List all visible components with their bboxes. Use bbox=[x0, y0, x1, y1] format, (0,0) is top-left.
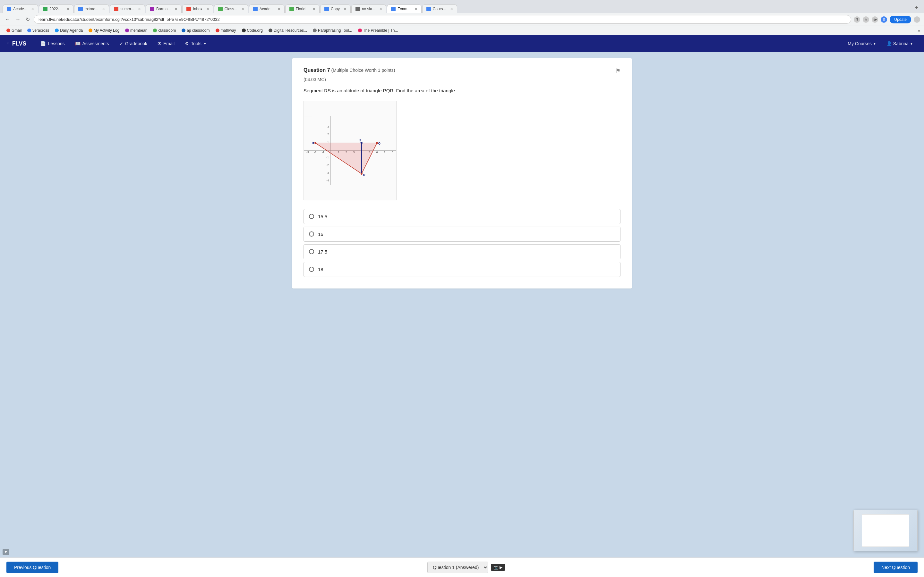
nav-right: My Courses ▼ 👤 Sabrina ▼ bbox=[843, 39, 918, 49]
tab-close-icon[interactable]: ✕ bbox=[206, 7, 209, 11]
radio-button-a[interactable] bbox=[309, 214, 314, 219]
tab-close-icon[interactable]: ✕ bbox=[66, 7, 69, 11]
bookmark-item-8[interactable]: Code.org bbox=[239, 27, 265, 34]
bookmark-item-2[interactable]: Daily Agenda bbox=[52, 27, 86, 34]
gradebook-icon: ✓ bbox=[120, 41, 123, 46]
tab-close-icon[interactable]: ✕ bbox=[312, 7, 315, 11]
brand-logo[interactable]: ⌂ FLVS bbox=[6, 40, 26, 47]
brand-name: FLVS bbox=[12, 40, 27, 47]
user-dropdown[interactable]: 👤 Sabrina ▼ bbox=[882, 39, 918, 49]
radio-button-c[interactable] bbox=[309, 249, 314, 254]
svg-text:3: 3 bbox=[327, 125, 329, 128]
tools-link[interactable]: ⚙ Tools ▼ bbox=[180, 39, 211, 49]
bookmark-icon bbox=[216, 29, 220, 32]
triangle-graph: -3 -2 -1 1 2 3 4 5 6 7 8 3 2 1 -1 -2 -3 … bbox=[304, 101, 397, 200]
tab-close-icon[interactable]: ✕ bbox=[450, 7, 453, 11]
bookmark-icon bbox=[27, 29, 31, 32]
profile-icon[interactable]: S bbox=[881, 16, 887, 23]
tab-close-icon[interactable]: ✕ bbox=[344, 7, 347, 11]
browser-tab-1[interactable]: 2022-...✕ bbox=[39, 5, 73, 13]
bookmark-item-1[interactable]: veracross bbox=[25, 27, 52, 34]
reload-button[interactable]: ↻ bbox=[24, 15, 31, 24]
menu-icon[interactable]: ⋮ bbox=[914, 16, 920, 23]
browser-tab-8[interactable]: Florid...✕ bbox=[285, 5, 320, 13]
question-number: Question 7 bbox=[304, 67, 330, 73]
extension-icon[interactable]: ⌲ bbox=[872, 16, 878, 23]
svg-text:-3: -3 bbox=[306, 151, 309, 154]
update-button[interactable]: Update bbox=[890, 16, 911, 23]
tab-close-icon[interactable]: ✕ bbox=[138, 7, 141, 11]
tools-dropdown-arrow: ▼ bbox=[204, 42, 207, 45]
browser-tab-7[interactable]: Acade...✕ bbox=[249, 5, 284, 13]
new-tab-button[interactable]: + bbox=[911, 3, 921, 13]
tab-close-icon[interactable]: ✕ bbox=[278, 7, 280, 11]
lessons-link[interactable]: 📄 Lessons bbox=[36, 39, 69, 49]
bookmark-item-0[interactable]: Gmail bbox=[4, 27, 24, 34]
tab-close-icon[interactable]: ✕ bbox=[379, 7, 382, 11]
bookmark-item-11[interactable]: The Preamble | Th... bbox=[355, 27, 401, 34]
tab-close-icon[interactable]: ✕ bbox=[174, 7, 178, 11]
lessons-icon: 📄 bbox=[40, 41, 46, 46]
radio-button-b[interactable] bbox=[309, 231, 314, 237]
email-link[interactable]: ✉ Email bbox=[153, 39, 179, 49]
svg-point-27 bbox=[360, 142, 363, 144]
browser-tab-4[interactable]: Born a...✕ bbox=[145, 5, 182, 13]
back-button[interactable]: ← bbox=[4, 15, 11, 24]
browser-tab-5[interactable]: Inbox✕ bbox=[182, 5, 213, 13]
flag-button[interactable]: ⚑ bbox=[615, 67, 620, 74]
answer-choice-b[interactable]: 16 bbox=[304, 227, 620, 242]
tab-close-icon[interactable]: ✕ bbox=[31, 7, 34, 11]
user-dropdown-arrow: ▼ bbox=[910, 42, 913, 45]
tab-favicon bbox=[150, 7, 154, 11]
browser-tab-3[interactable]: summ...✕ bbox=[110, 5, 145, 13]
answer-choice-d[interactable]: 18 bbox=[304, 262, 620, 277]
bookmark-item-4[interactable]: membean bbox=[123, 27, 150, 34]
bookmark-item-7[interactable]: mathway bbox=[213, 27, 239, 34]
tab-close-icon[interactable]: ✕ bbox=[241, 7, 244, 11]
bookmark-icon bbox=[182, 29, 186, 32]
radio-button-d[interactable] bbox=[309, 267, 314, 272]
browser-tab-9[interactable]: Copy✕ bbox=[320, 5, 351, 13]
tab-favicon bbox=[7, 7, 11, 11]
bookmark-icon[interactable]: ☆ bbox=[863, 16, 869, 23]
bookmark-item-6[interactable]: ap classroom bbox=[179, 27, 212, 34]
bookmark-label: membean bbox=[130, 28, 147, 33]
bookmark-item-9[interactable]: Digital Resources... bbox=[266, 27, 310, 34]
share-icon[interactable]: ⇧ bbox=[854, 16, 860, 23]
bookmark-label: My Activity Log bbox=[94, 28, 120, 33]
svg-point-25 bbox=[376, 142, 378, 144]
answer-choice-a[interactable]: 15.5 bbox=[304, 209, 620, 224]
question-header: Question 7 (Multiple Choice Worth 1 poin… bbox=[304, 67, 620, 74]
bookmark-label: Code.org bbox=[247, 28, 263, 33]
browser-tab-0[interactable]: Acade...✕ bbox=[3, 5, 38, 13]
tab-favicon bbox=[426, 7, 431, 11]
browser-tab-10[interactable]: no sla...✕ bbox=[351, 5, 386, 13]
home-icon: ⌂ bbox=[6, 41, 10, 47]
toolbar-icons: ⇧ ☆ ⌲ S Update ⋮ bbox=[854, 16, 920, 23]
bookmark-item-10[interactable]: Paraphrasing Tool... bbox=[310, 27, 355, 34]
bookmark-label: Daily Agenda bbox=[60, 28, 83, 33]
tab-favicon bbox=[325, 7, 329, 11]
bookmarks-more-button[interactable]: » bbox=[918, 28, 920, 33]
address-input[interactable] bbox=[34, 15, 851, 24]
assessments-icon: 📖 bbox=[75, 41, 81, 46]
svg-point-26 bbox=[360, 173, 363, 175]
tab-favicon bbox=[186, 7, 191, 11]
my-courses-dropdown[interactable]: My Courses ▼ bbox=[843, 39, 881, 49]
forward-button[interactable]: → bbox=[14, 15, 22, 24]
assessments-link[interactable]: 📖 Assessments bbox=[71, 39, 113, 49]
answer-choice-c[interactable]: 17.5 bbox=[304, 244, 620, 259]
browser-tab-6[interactable]: Class...✕ bbox=[214, 5, 248, 13]
bookmark-icon bbox=[268, 29, 272, 32]
bookmark-item-3[interactable]: My Activity Log bbox=[86, 27, 122, 34]
tab-close-icon[interactable]: ✕ bbox=[415, 7, 417, 11]
bookmark-label: veracross bbox=[32, 28, 49, 33]
browser-tab-11[interactable]: Exam...✕ bbox=[387, 5, 422, 13]
browser-tab-2[interactable]: extrac...✕ bbox=[74, 5, 110, 13]
question-text: Segment RS is an altitude of triangle PQ… bbox=[304, 87, 620, 95]
bookmark-item-5[interactable]: classroom bbox=[150, 27, 178, 34]
browser-tab-12[interactable]: Cours...✕ bbox=[422, 5, 457, 13]
svg-text:S: S bbox=[359, 139, 362, 142]
tab-close-icon[interactable]: ✕ bbox=[102, 7, 105, 11]
gradebook-link[interactable]: ✓ Gradebook bbox=[115, 39, 152, 49]
